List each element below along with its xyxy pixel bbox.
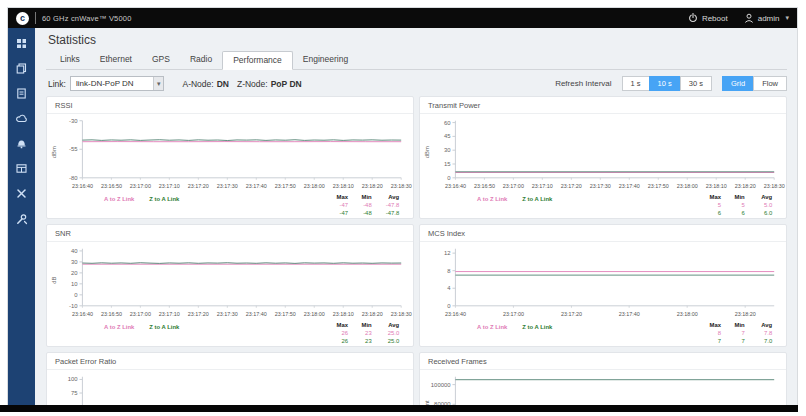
top-bar: c 60 GHz cnWave™ V5000 Reboot admin [8,8,797,28]
layout-mode-group: Grid Flow [722,76,787,91]
tab-radio[interactable]: Radio [180,51,222,69]
svg-text:Avg: Avg [761,194,772,200]
legend-a-to-z[interactable]: A to Z Link [104,324,135,330]
svg-text:23:17:50: 23:17:50 [648,183,669,189]
pages-icon[interactable] [15,62,28,75]
bottom-edge-bar [0,405,798,412]
mcs-index-title: MCS Index [420,225,786,242]
snr-chart: 403020100-10dB23:16:4023:16:5023:17:0023… [47,242,413,346]
svg-text:45: 45 [444,133,451,139]
svg-text:-47: -47 [340,210,349,216]
legend-z-to-a[interactable]: Z to A Link [522,324,553,330]
svg-text:23:17:00: 23:17:00 [503,311,524,317]
svg-text:23:16:40: 23:16:40 [72,183,93,189]
svg-text:-48: -48 [363,210,372,216]
svg-text:23:18:30: 23:18:30 [764,183,785,189]
svg-text:15: 15 [444,161,451,167]
svg-text:23:18:20: 23:18:20 [735,311,756,317]
pages-glyph [16,63,27,74]
user-menu[interactable]: admin ▾ [744,13,789,23]
refresh-interval-group: 1 s 10 s 30 s [622,76,712,91]
link-select[interactable]: link-DN-PoP DN ▾ [70,76,165,91]
packet-error-ratio-panel: Packet Error Ratio 100755025% [46,352,414,405]
mcs-index-chart: 1284023:16:4023:17:0023:17:2023:17:4023:… [420,242,786,346]
svg-text:0: 0 [447,303,451,309]
svg-text:Min: Min [735,322,746,328]
chart-svg: 604530150dBm23:16:4023:16:5023:17:0023:1… [420,114,786,218]
svg-text:25.0: 25.0 [388,338,400,344]
svg-text:7: 7 [741,330,744,336]
a-node-value: DN [217,79,229,89]
legend-z-to-a[interactable]: Z to A Link [522,196,553,202]
svg-text:23:17:00: 23:17:00 [130,311,151,317]
svg-text:-48: -48 [363,202,372,208]
svg-text:Max: Max [710,194,722,200]
grid-view-button[interactable]: Grid [722,76,754,91]
legend-a-to-z[interactable]: A to Z Link [104,196,135,202]
legend-z-to-a[interactable]: Z to A Link [149,324,180,330]
svg-text:23:17:40: 23:17:40 [619,311,640,317]
reboot-button[interactable]: Reboot [688,13,728,23]
legend-a-to-z[interactable]: A to Z Link [477,324,508,330]
svg-text:23:17:10: 23:17:10 [159,183,180,189]
transmit-power-chart: 604530150dBm23:16:4023:16:5023:17:0023:1… [420,114,786,218]
link-select-value: link-DN-PoP DN [71,77,153,90]
interval-1s-button[interactable]: 1 s [622,76,650,91]
svg-text:23:17:10: 23:17:10 [159,311,180,317]
cloud-icon[interactable] [15,112,28,125]
report-glyph [16,88,27,99]
svg-text:7: 7 [718,338,721,344]
dashboard-icon[interactable] [15,37,28,50]
svg-text:23:16:40: 23:16:40 [72,311,93,317]
device-title: 60 GHz cnWave™ V5000 [42,14,132,23]
svg-text:23:18:00: 23:18:00 [677,183,698,189]
svg-text:7.0: 7.0 [764,338,773,344]
legend-a-to-z[interactable]: A to Z Link [477,196,508,202]
alerts-icon[interactable] [15,137,28,150]
transmit-power-panel: Transmit Power 604530150dBm23:16:4023:16… [419,96,787,219]
tab-links[interactable]: Links [50,51,90,69]
table-icon[interactable] [15,162,28,175]
svg-text:-55: -55 [69,146,78,152]
svg-text:Avg: Avg [761,322,772,328]
svg-text:23:17:40: 23:17:40 [619,183,640,189]
svg-text:60: 60 [444,120,451,126]
tab-gps[interactable]: GPS [142,51,180,69]
snr-panel: SNR 403020100-10dB23:16:4023:16:5023:17:… [46,224,414,347]
svg-text:8: 8 [447,268,451,274]
tab-ethernet[interactable]: Ethernet [90,51,142,69]
interval-10s-button[interactable]: 10 s [649,76,681,91]
svg-text:-80: -80 [69,175,78,181]
svg-text:-10: -10 [69,303,78,309]
tools-icon[interactable] [15,187,28,200]
bell-glyph [16,138,27,149]
table-glyph [16,163,27,174]
svg-text:23:18:20: 23:18:20 [362,311,383,317]
caret-down-icon: ▾ [785,14,789,22]
svg-text:23:18:10: 23:18:10 [333,311,354,317]
legend-z-to-a[interactable]: Z to A Link [149,196,180,202]
svg-text:100000: 100000 [431,382,451,388]
svg-text:23:17:40: 23:17:40 [246,183,267,189]
svg-text:23: 23 [365,338,372,344]
interval-30s-button[interactable]: 30 s [680,76,712,91]
flow-view-button[interactable]: Flow [753,76,787,91]
maintenance-icon[interactable] [15,212,28,225]
svg-text:23:17:50: 23:17:50 [275,311,296,317]
svg-text:Max: Max [710,322,722,328]
svg-text:-47: -47 [340,202,349,208]
svg-text:100: 100 [68,376,79,382]
svg-text:dB: dB [51,277,57,284]
svg-text:Max: Max [337,194,349,200]
received-frames-title: Received Frames [420,353,786,370]
app-window: c 60 GHz cnWave™ V5000 Reboot admin [8,8,797,405]
tab-engineering[interactable]: Engineering [293,51,358,69]
rssi-panel: RSSI -30-55-80dBm23:16:4023:16:5023:17:0… [46,96,414,219]
tab-performance[interactable]: Performance [222,51,293,70]
svg-text:5.0: 5.0 [764,202,773,208]
rssi-title: RSSI [47,97,413,114]
report-icon[interactable] [15,87,28,100]
svg-text:dBm: dBm [424,146,430,158]
mcs-index-panel: MCS Index 1284023:16:4023:17:0023:17:202… [419,224,787,347]
svg-text:12: 12 [444,250,451,256]
